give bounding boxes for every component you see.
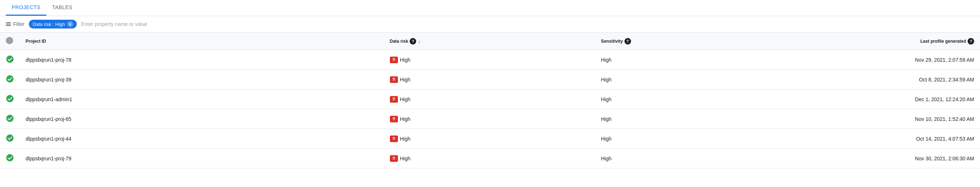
data-risk-cell: !!! High	[384, 50, 595, 70]
search-input[interactable]	[81, 21, 162, 27]
risk-high-icon: !!!	[390, 116, 398, 122]
risk-high-badge: !!! High	[390, 57, 411, 63]
filter-chip[interactable]: Data risk : High ×	[29, 20, 77, 29]
svg-point-1	[6, 75, 14, 82]
last-profile-cell: Nov 30, 2021, 2:06:30 AM	[788, 149, 980, 168]
risk-high-label: High	[400, 57, 411, 63]
table-row: dlppsbqrun1-proj-39 !!! High High Oct 8,…	[0, 70, 980, 89]
last-profile-cell: Nov 10, 2021, 1:52:40 AM	[788, 109, 980, 129]
data-risk-cell: !!! High	[384, 70, 595, 89]
tab-bar: PROJECTS TABLES	[0, 0, 980, 16]
table-row: dlppsbqrun1-proj-65 !!! High High Nov 10…	[0, 109, 980, 129]
project-id-cell: dlppsbqrun1-admin1	[20, 89, 384, 109]
header-circle-indicator	[6, 37, 13, 44]
svg-point-5	[6, 154, 14, 162]
sensitivity-cell: High	[595, 149, 788, 168]
row-check-cell	[0, 50, 20, 70]
svg-point-0	[6, 55, 14, 63]
row-check-cell	[0, 89, 20, 109]
risk-high-badge: !!! High	[390, 155, 411, 162]
project-id-cell: dlppsbqrun1-proj-78	[20, 50, 384, 70]
table-row: dlppsbqrun1-admin1 !!! High High Dec 1, …	[0, 89, 980, 109]
col-header-sensitivity: Sensitivity ?	[595, 33, 788, 50]
table-row: dlppsbqrun1-proj-78 !!! High High Nov 29…	[0, 50, 980, 70]
tab-projects[interactable]: PROJECTS	[6, 0, 46, 16]
risk-high-label: High	[400, 116, 411, 122]
project-id-cell: dlppsbqrun1-proj-79	[20, 149, 384, 168]
filter-icon	[6, 22, 11, 26]
table-row: dlppsbqrun1-proj-79 !!! High High Nov 30…	[0, 149, 980, 168]
data-risk-cell: !!! High	[384, 89, 595, 109]
filter-label: Filter	[13, 21, 24, 27]
col-header-last-profile: Last profile generated ?	[788, 33, 980, 50]
col-header-check	[0, 33, 20, 50]
data-risk-cell: !!! High	[384, 109, 595, 129]
last-profile-help-icon[interactable]: ?	[967, 38, 974, 44]
col-label-data-risk: Data risk	[390, 39, 409, 44]
risk-high-icon: !!!	[390, 136, 398, 142]
last-profile-cell: Oct 8, 2021, 2:34:59 AM	[788, 70, 980, 89]
risk-high-label: High	[400, 77, 411, 82]
risk-high-icon: !!!	[390, 96, 398, 103]
data-risk-cell: !!! High	[384, 129, 595, 149]
svg-point-2	[6, 95, 14, 102]
risk-high-badge: !!! High	[390, 136, 411, 142]
check-icon	[6, 134, 14, 142]
svg-point-4	[6, 135, 14, 142]
filter-button[interactable]: Filter	[6, 21, 24, 27]
table-row: dlppsbqrun1-proj-44 !!! High High Oct 14…	[0, 129, 980, 149]
last-profile-cell: Oct 14, 2021, 4:07:53 AM	[788, 129, 980, 149]
risk-high-badge: !!! High	[390, 116, 411, 122]
risk-high-badge: !!! High	[390, 76, 411, 83]
last-profile-cell: Dec 1, 2021, 12:24:20 AM	[788, 89, 980, 109]
row-check-cell	[0, 70, 20, 89]
row-check-cell	[0, 109, 20, 129]
col-header-data-risk: Data risk ? ↓	[384, 33, 595, 50]
sensitivity-cell: High	[595, 50, 788, 70]
sensitivity-cell: High	[595, 89, 788, 109]
last-profile-cell: Nov 29, 2021, 2:07:59 AM	[788, 50, 980, 70]
col-label-project-id: Project ID	[25, 39, 46, 44]
sensitivity-cell: High	[595, 129, 788, 149]
project-id-cell: dlppsbqrun1-proj-65	[20, 109, 384, 129]
table-header-row: Project ID Data risk ? ↓ Sensitivity ?	[0, 33, 980, 50]
check-icon	[6, 114, 14, 122]
check-icon	[6, 95, 14, 103]
risk-high-label: High	[400, 155, 411, 162]
chip-label: Data risk : High	[32, 22, 65, 27]
tab-tables[interactable]: TABLES	[46, 0, 79, 16]
sensitivity-cell: High	[595, 70, 788, 89]
sensitivity-cell: High	[595, 109, 788, 129]
data-risk-help-icon[interactable]: ?	[410, 38, 416, 44]
check-icon	[6, 55, 14, 63]
data-risk-cell: !!! High	[384, 149, 595, 168]
data-risk-sort-icon[interactable]: ↓	[418, 38, 421, 44]
risk-high-label: High	[400, 97, 411, 102]
svg-point-3	[6, 115, 14, 122]
check-icon	[6, 75, 14, 83]
check-icon	[6, 154, 14, 162]
col-label-sensitivity: Sensitivity	[601, 39, 623, 44]
toolbar: Filter Data risk : High ×	[0, 16, 980, 33]
row-check-cell	[0, 129, 20, 149]
row-check-cell	[0, 149, 20, 168]
sensitivity-help-icon[interactable]: ?	[624, 38, 631, 44]
risk-high-badge: !!! High	[390, 96, 411, 103]
col-label-last-profile: Last profile generated	[920, 39, 966, 44]
data-table: Project ID Data risk ? ↓ Sensitivity ?	[0, 33, 980, 168]
chip-close-button[interactable]: ×	[67, 21, 73, 27]
project-id-cell: dlppsbqrun1-proj-39	[20, 70, 384, 89]
col-header-project-id: Project ID	[20, 33, 384, 50]
project-id-cell: dlppsbqrun1-proj-44	[20, 129, 384, 149]
risk-high-label: High	[400, 136, 411, 142]
risk-high-icon: !!!	[390, 155, 398, 162]
risk-high-icon: !!!	[390, 76, 398, 83]
risk-high-icon: !!!	[390, 57, 398, 63]
